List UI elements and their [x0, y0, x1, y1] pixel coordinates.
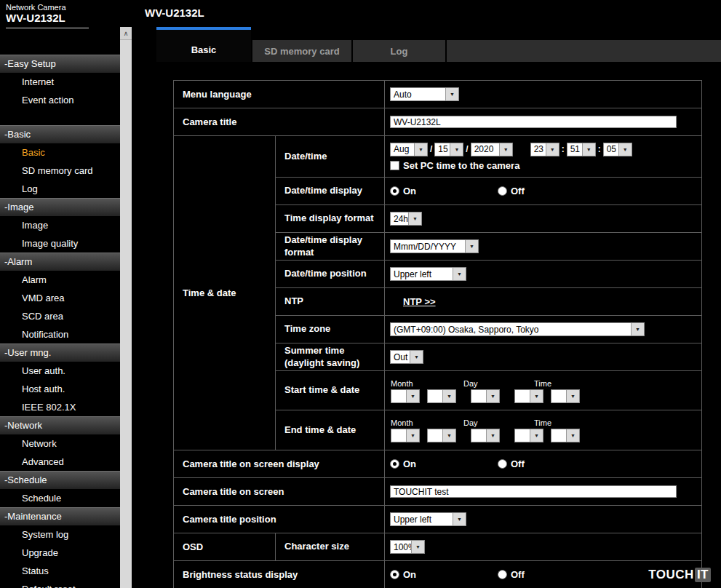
character-size-select[interactable]: 100% ▼ — [390, 540, 425, 554]
date-time-position-label: Date/time position — [276, 261, 385, 287]
camera-title-screen-input[interactable] — [390, 485, 677, 498]
sidebar-header-user-mng[interactable]: -User mng. — [0, 343, 120, 362]
sidebar-item-vmd-area[interactable]: VMD area — [0, 289, 120, 307]
dropdown-arrow-icon: ▼ — [530, 390, 543, 402]
date-separator: / — [430, 144, 432, 154]
camera-title-display-label: Camera title on screen display — [174, 450, 385, 477]
set-pc-time-label: Set PC time to the camera — [403, 160, 519, 171]
sidebar: Network Camera WV-U2132L -Easy Setup Int… — [0, 0, 120, 588]
end-day-select[interactable]: ▼ — [471, 429, 500, 442]
off-option: Off — [498, 458, 605, 469]
summer-time-row: Summer time (daylight saving) Out ▼ — [276, 343, 701, 371]
sidebar-header-schedule[interactable]: -Schedule — [0, 471, 120, 489]
sidebar-item-schedule[interactable]: Schedule — [0, 489, 120, 507]
end-month-select[interactable]: ▼ — [391, 429, 420, 442]
sidebar-header-image[interactable]: -Image — [0, 198, 120, 216]
tab-log[interactable]: Log — [353, 40, 445, 62]
sidebar-item-basic[interactable]: Basic — [0, 143, 120, 162]
camera-title-input[interactable] — [390, 116, 677, 128]
sidebar-item-alarm[interactable]: Alarm — [0, 271, 120, 289]
off-option: Off — [498, 569, 605, 580]
camera-title-position-select[interactable]: Upper left ▼ — [390, 512, 466, 526]
sidebar-header-basic[interactable]: -Basic — [0, 125, 120, 143]
start-month-select[interactable]: ▼ — [391, 389, 420, 403]
sidebar-header-network[interactable]: -Network — [0, 416, 120, 434]
date-time-display-off-radio[interactable] — [498, 186, 507, 196]
end-minute-select[interactable]: ▼ — [551, 429, 580, 442]
date-time-display-format-select[interactable]: Mmm/DD/YYYY ▼ — [390, 239, 479, 253]
camera-title-position-content: Upper left ▼ — [385, 506, 701, 533]
sidebar-item-image-quality[interactable]: Image quality — [0, 234, 120, 253]
dropdown-arrow-icon: ▼ — [582, 143, 595, 156]
dropdown-arrow-icon: ▼ — [618, 143, 632, 156]
tab-sd-memory-card[interactable]: SD memory card — [252, 40, 351, 62]
sidebar-item-notification[interactable]: Notification — [0, 325, 120, 343]
camera-title-display-on-radio[interactable] — [390, 459, 399, 469]
dropdown-arrow-icon: ▼ — [486, 390, 499, 402]
dropdown-arrow-icon: ▼ — [566, 390, 579, 402]
sidebar-item-system-log[interactable]: System log — [0, 525, 120, 544]
off-label: Off — [511, 458, 525, 469]
ntp-link[interactable]: NTP >> — [403, 296, 436, 307]
end-time-date-label: End time & date — [276, 410, 385, 450]
sidebar-item-network[interactable]: Network — [0, 434, 120, 453]
sidebar-item-user-auth[interactable]: User auth. — [0, 362, 120, 380]
sidebar-header-maintenance[interactable]: -Maintenance — [0, 507, 120, 525]
sidebar-scrollbar[interactable]: ∧ — [120, 27, 132, 588]
sidebar-item-internet[interactable]: Internet — [0, 73, 120, 91]
menu-language-select[interactable]: Auto ▼ — [390, 87, 459, 101]
sidebar-item-default-reset[interactable]: Default reset — [0, 580, 120, 588]
date-time-position-content: Upper left ▼ — [385, 261, 701, 287]
time-display-format-select[interactable]: 24h ▼ — [390, 212, 422, 226]
sidebar-item-status[interactable]: Status — [0, 562, 120, 580]
minute-select[interactable]: 51 ▼ — [567, 143, 596, 156]
start-day-select[interactable]: ▼ — [471, 389, 500, 403]
dropdown-arrow-icon: ▼ — [465, 240, 478, 253]
set-pc-time-checkbox[interactable] — [390, 161, 399, 170]
time-zone-label: Time zone — [276, 316, 385, 343]
date-time-display-on-radio[interactable] — [390, 186, 399, 196]
end-hour-select[interactable]: ▼ — [514, 429, 543, 442]
camera-title-position-label: Camera title position — [174, 506, 385, 533]
character-size-value: 100% — [391, 541, 411, 553]
year-select[interactable]: 2020 ▼ — [471, 143, 513, 156]
time-zone-select[interactable]: (GMT+09:00) Osaka, Sapporo, Tokyo ▼ — [390, 322, 645, 336]
minute-value: 51 — [567, 143, 582, 156]
date-time-display-row: Date/time display On Off — [276, 178, 701, 205]
sidebar-header-alarm[interactable]: -Alarm — [0, 253, 120, 271]
end-week-select[interactable]: ▼ — [427, 429, 456, 442]
camera-title-content — [385, 108, 701, 135]
sidebar-item-sd-memory-card[interactable]: SD memory card — [0, 162, 120, 180]
sidebar-item-event-action[interactable]: Event action — [0, 91, 120, 109]
camera-title-display-off-radio[interactable] — [498, 459, 507, 469]
second-select[interactable]: 05 ▼ — [603, 143, 632, 156]
brightness-status-off-radio[interactable] — [498, 570, 507, 579]
sidebar-item-ieee-8021x[interactable]: IEEE 802.1X — [0, 398, 120, 416]
start-week-select[interactable]: ▼ — [427, 389, 456, 403]
summer-time-select[interactable]: Out ▼ — [390, 350, 423, 364]
dropdown-arrow-icon: ▼ — [406, 429, 419, 442]
sidebar-item-host-auth[interactable]: Host auth. — [0, 380, 120, 398]
dropdown-arrow-icon: ▼ — [445, 88, 458, 100]
date-time-position-select[interactable]: Upper left ▼ — [390, 267, 466, 281]
start-hour-select[interactable]: ▼ — [514, 389, 543, 403]
day-select[interactable]: 15 ▼ — [434, 143, 463, 156]
scroll-up-button[interactable]: ∧ — [120, 27, 132, 40]
month-select[interactable]: Aug ▼ — [390, 143, 428, 156]
tab-basic[interactable]: Basic — [156, 27, 251, 62]
start-minute-select[interactable]: ▼ — [551, 389, 580, 403]
menu-language-label: Menu language — [174, 81, 385, 108]
sidebar-header-easy-setup[interactable]: -Easy Setup — [0, 55, 120, 73]
sidebar-item-scd-area[interactable]: SCD area — [0, 307, 120, 325]
sidebar-item-advanced[interactable]: Advanced — [0, 453, 120, 471]
end-time-selects: ▼ ▼ ▼ ▼ ▼ — [385, 429, 701, 442]
character-size-content: 100% ▼ — [385, 533, 701, 560]
sidebar-item-log[interactable]: Log — [0, 180, 120, 198]
hour-select[interactable]: 23 ▼ — [530, 143, 559, 156]
on-option: On — [390, 458, 498, 469]
scroll-up-icon: ∧ — [124, 30, 129, 37]
brightness-status-on-radio[interactable] — [390, 570, 399, 579]
sidebar-item-image[interactable]: Image — [0, 216, 120, 234]
on-option: On — [390, 569, 498, 580]
sidebar-item-upgrade[interactable]: Upgrade — [0, 544, 120, 562]
